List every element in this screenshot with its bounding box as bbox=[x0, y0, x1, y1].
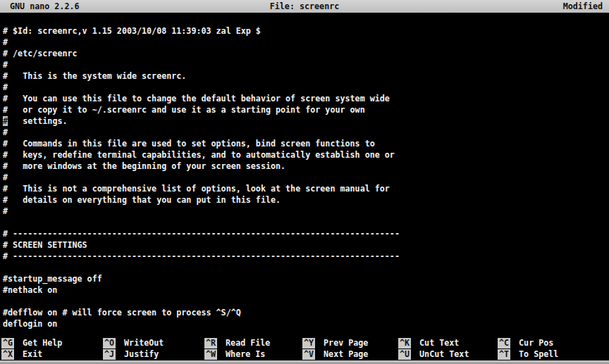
shortcut-key: ^C bbox=[498, 338, 510, 349]
editor-line: # This is not a comprehensive list of op… bbox=[3, 183, 609, 194]
shortcut-key: ^V bbox=[302, 349, 315, 360]
editor-line: # /etc/screenrc bbox=[3, 48, 609, 59]
editor-line: # or copy it to ~/.screenrc and use it a… bbox=[3, 104, 609, 115]
editor-line: # bbox=[3, 127, 609, 138]
terminal-window: GNU nano 2.2.6 File: screenrc Modified #… bbox=[0, 0, 609, 364]
shortcut-prev-page: ^YPrev Page bbox=[302, 338, 398, 349]
shortcut-key: ^R bbox=[204, 338, 217, 349]
editor-line: #nethack on bbox=[3, 284, 609, 296]
editor-line: # You can use this file to change the de… bbox=[3, 93, 609, 104]
shortcut-label: Read File bbox=[226, 338, 270, 348]
shortcut-key: ^Y bbox=[302, 338, 315, 349]
editor-line: # bbox=[3, 37, 609, 48]
editor-line bbox=[3, 262, 609, 273]
shortcut-where-is: ^WWhere Is bbox=[204, 349, 302, 360]
nano-titlebar: GNU nano 2.2.6 File: screenrc Modified bbox=[0, 0, 609, 13]
editor-line: # Commands in this file are used to set … bbox=[3, 138, 609, 149]
shortcut-key: ^O bbox=[103, 338, 116, 349]
editor-line bbox=[3, 296, 609, 307]
shortcut-uncut-text: ^UUnCut Text bbox=[398, 349, 498, 360]
shortcut-next-page: ^VNext Page bbox=[302, 349, 398, 360]
shortcut-cur-pos: ^CCur Pos bbox=[498, 338, 609, 349]
shortcut-key: ^U bbox=[398, 349, 411, 360]
editor-line: #startup_message off bbox=[3, 273, 609, 284]
editor-line: # bbox=[3, 59, 609, 70]
shortcut-read-file: ^RRead File bbox=[204, 338, 302, 349]
shortcut-key: ^W bbox=[204, 349, 217, 360]
editor-line: # --------------------------------------… bbox=[3, 251, 609, 262]
shortcut-bar: ^GGet Help^OWriteOut^RRead File^YPrev Pa… bbox=[1, 338, 609, 360]
editor-line: # --------------------------------------… bbox=[3, 228, 609, 239]
shortcut-label: Next Page bbox=[324, 349, 368, 359]
shortcut-label: Get Help bbox=[23, 338, 62, 348]
editor-line: #defflow on # will force screen to proce… bbox=[3, 307, 609, 318]
editor-area[interactable]: # $Id: screenrc,v 1.15 2003/10/08 11:39:… bbox=[3, 25, 609, 330]
shortcut-label: WriteOut bbox=[124, 338, 164, 348]
editor-line: # details on everything that you can put… bbox=[3, 194, 609, 206]
window-bottom-edge bbox=[0, 360, 609, 364]
shortcut-label: Cut Text bbox=[419, 338, 459, 348]
shortcut-key: ^T bbox=[498, 349, 510, 360]
shortcut-to-spell: ^TTo Spell bbox=[498, 349, 609, 360]
shortcut-writeout: ^OWriteOut bbox=[103, 338, 204, 349]
editor-line: # bbox=[3, 206, 609, 217]
shortcut-label: Exit bbox=[23, 349, 42, 359]
editor-line: # more windows at the beginning of your … bbox=[3, 161, 609, 172]
editor-line: deflogin on bbox=[3, 318, 609, 330]
editor-line: # keys, redefine terminal capabilities, … bbox=[3, 149, 609, 161]
shortcut-key: ^G bbox=[1, 338, 14, 349]
editor-line: # $Id: screenrc,v 1.15 2003/10/08 11:39:… bbox=[3, 25, 609, 37]
shortcut-label: To Spell bbox=[519, 349, 558, 359]
shortcut-label: Justify bbox=[124, 349, 159, 359]
editor-line: # SCREEN SETTINGS bbox=[3, 239, 609, 251]
editor-line: # settings. bbox=[3, 115, 609, 127]
shortcut-cut-text: ^KCut Text bbox=[398, 338, 498, 349]
shortcut-label: Prev Page bbox=[324, 338, 368, 348]
shortcut-key: ^J bbox=[103, 349, 116, 360]
editor-line: # This is the system wide screenrc. bbox=[3, 70, 609, 82]
shortcut-exit: ^XExit bbox=[1, 349, 103, 360]
text-cursor: # bbox=[3, 116, 8, 126]
shortcut-row: ^GGet Help^OWriteOut^RRead File^YPrev Pa… bbox=[1, 338, 609, 349]
file-name-label: File: screenrc bbox=[0, 1, 609, 12]
shortcut-get-help: ^GGet Help bbox=[1, 338, 103, 349]
shortcut-label: UnCut Text bbox=[419, 349, 469, 359]
shortcut-row: ^XExit^JJustify^WWhere Is^VNext Page^UUn… bbox=[1, 349, 609, 360]
shortcut-key: ^X bbox=[1, 349, 14, 360]
shortcut-label: Cur Pos bbox=[519, 338, 553, 348]
shortcut-label: Where Is bbox=[226, 349, 265, 359]
editor-line: # bbox=[3, 172, 609, 183]
editor-line bbox=[3, 217, 609, 228]
shortcut-key: ^K bbox=[398, 338, 411, 349]
modified-flag: Modified bbox=[563, 1, 603, 12]
editor-line: # bbox=[3, 82, 609, 93]
shortcut-justify: ^JJustify bbox=[103, 349, 204, 360]
